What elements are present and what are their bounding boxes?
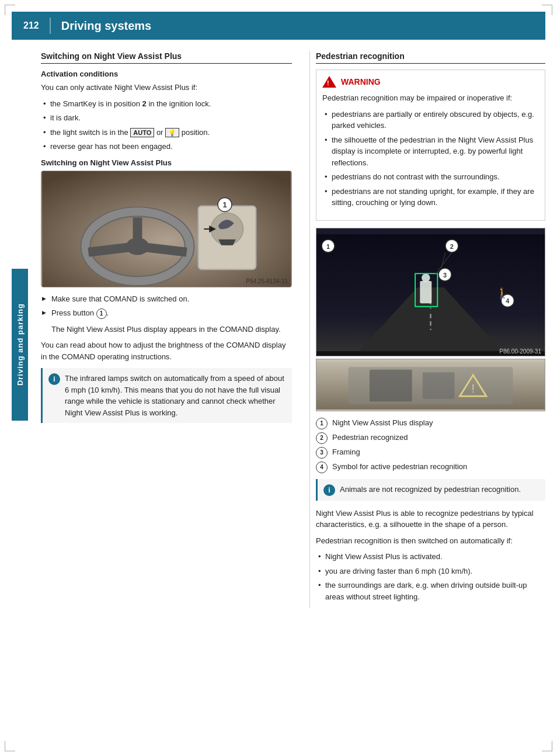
dashboard-svg: !	[316, 359, 545, 411]
dashboard-image: !	[316, 359, 545, 411]
page-number: 212	[23, 20, 39, 31]
side-tab: Driving and parking	[12, 269, 28, 421]
sub-section-heading: Switching on Night View Assist Plus	[41, 158, 292, 167]
list-item: pedestrians do not contrast with the sur…	[322, 171, 539, 183]
legend-num-3: 3	[316, 447, 328, 459]
svg-point-16	[422, 273, 430, 282]
list-item: the silhouette of the pedestrian in the …	[322, 134, 539, 169]
list-item: the SmartKey is in position 2 in the ign…	[41, 98, 292, 110]
corner-mark-bl	[5, 741, 15, 751]
after-press-text: The Night View Assist Plus display appea…	[41, 324, 292, 335]
warning-bullet-list: pedestrians are partially or entirely ob…	[322, 109, 539, 209]
svg-text:🚶: 🚶	[496, 287, 509, 300]
list-item: Press button 1.	[41, 307, 292, 319]
list-item: you are driving faster than 6 mph (10 km…	[316, 566, 545, 577]
legend-label-4: Symbol for active pedestrian recognition	[332, 461, 467, 473]
interior-svg: 1	[41, 171, 291, 287]
svg-text:2: 2	[450, 242, 454, 249]
page-title: Driving systems	[61, 19, 152, 33]
legend-item-2: 2 Pedestrian recognized	[316, 432, 545, 444]
svg-text:1: 1	[222, 200, 227, 209]
night-svg: 1 2 3 4 🚶	[316, 228, 545, 356]
svg-text:3: 3	[443, 271, 447, 278]
list-item: pedestrians are partially or entirely ob…	[322, 109, 539, 131]
info-icon-right: i	[323, 484, 335, 496]
legend-label-1: Night View Assist Plus display	[332, 417, 433, 429]
svg-text:1: 1	[326, 242, 330, 249]
warning-intro: Pedestrian recognition may be impaired o…	[322, 92, 539, 104]
info-text-left: The infrared lamps switch on automatical…	[65, 373, 286, 418]
info-text-right: Animals are not recognized by pedestrian…	[340, 484, 521, 496]
night-image-caption: P86.00-2009-31	[499, 348, 541, 355]
legend-item-1: 1 Night View Assist Plus display	[316, 417, 545, 429]
activation-intro: You can only activate Night View Assist …	[41, 82, 292, 93]
info-box-right: i Animals are not recognized by pedestri…	[316, 479, 545, 501]
night-image-content: 1 2 3 4 🚶 P86.00-2009-31	[316, 228, 545, 356]
right-column: Pedestrian recognition WARNING Pedestria…	[309, 51, 545, 608]
auto-bullet-list: Night View Assist Plus is activated. you…	[316, 551, 545, 602]
activation-bullet-list: the SmartKey is in position 2 in the ign…	[41, 98, 292, 152]
corner-mark-br	[542, 741, 552, 751]
list-item: the light switch is in the AUTO or 💡 pos…	[41, 127, 292, 138]
corner-mark-tr	[542, 5, 552, 15]
body-text-2: Pedestrian recognition is then switched …	[316, 535, 545, 547]
left-section-heading: Switching on Night View Assist Plus	[41, 51, 292, 64]
legend-label-2: Pedestrian recognized	[332, 432, 408, 444]
left-column: Switching on Night View Assist Plus Acti…	[41, 51, 309, 608]
warning-box: WARNING Pedestrian recognition may be im…	[316, 70, 545, 221]
svg-text:!: !	[471, 382, 475, 394]
list-item: Night View Assist Plus is activated.	[316, 551, 545, 563]
svg-rect-15	[420, 280, 431, 303]
legend-num-2: 2	[316, 432, 328, 444]
svg-point-6	[126, 237, 149, 255]
warning-title-row: WARNING	[322, 76, 539, 88]
night-vision-image: 1 2 3 4 🚶 P86.00-2009-31	[316, 228, 545, 356]
arrow-instruction-list: Make sure that COMAND is switched on. Pr…	[41, 293, 292, 319]
right-section-heading: Pedestrian recognition	[316, 51, 545, 64]
list-item: the surroundings are dark, e.g. when dri…	[316, 580, 545, 602]
warning-triangle-icon	[322, 76, 336, 88]
list-item: it is dark.	[41, 112, 292, 124]
legend-num-1: 1	[316, 418, 328, 429]
svg-rect-32	[423, 372, 455, 398]
svg-rect-31	[370, 369, 412, 401]
body-text-1: Night View Assist Plus is able to recogn…	[316, 508, 545, 530]
legend-item-4: 4 Symbol for active pedestrian recogniti…	[316, 461, 545, 473]
list-item: Make sure that COMAND is switched on.	[41, 293, 292, 305]
header-bar: 212 Driving systems	[12, 12, 545, 40]
interior-image-caption: P54.25-8134-31	[246, 278, 288, 285]
list-item: reverse gear has not been engaged.	[41, 141, 292, 152]
warning-label: WARNING	[341, 77, 381, 86]
legend-list: 1 Night View Assist Plus display 2 Pedes…	[316, 417, 545, 473]
brightness-text: You can read about how to adjust the bri…	[41, 339, 292, 362]
header-divider	[50, 18, 51, 34]
main-content: Switching on Night View Assist Plus Acti…	[12, 40, 545, 620]
corner-mark-tl	[5, 5, 15, 15]
legend-num-4: 4	[316, 462, 328, 473]
interior-image-content: 1 P54.25-8134-31	[41, 171, 291, 287]
list-item: pedestrians are not standing upright, fo…	[322, 186, 539, 209]
info-icon-left: i	[48, 373, 60, 385]
side-tab-label: Driving and parking	[16, 303, 25, 386]
interior-image: 1 P54.25-8134-31	[41, 171, 292, 287]
legend-item-3: 3 Framing	[316, 446, 545, 459]
activation-heading: Activation conditions	[41, 70, 292, 78]
info-box-left: i The infrared lamps switch on automatic…	[41, 368, 292, 423]
legend-label-3: Framing	[332, 446, 360, 459]
